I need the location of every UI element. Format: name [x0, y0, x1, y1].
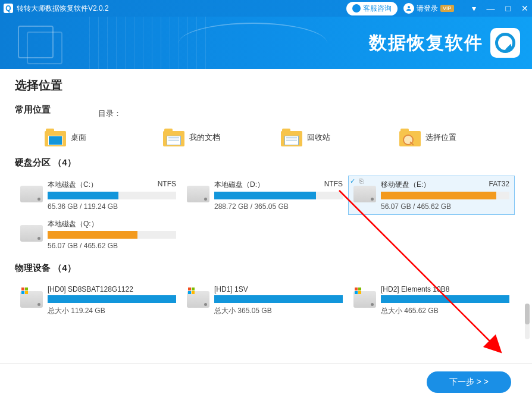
disk-size: 总大小 365.05 GB [214, 306, 343, 316]
location-label: 选择位置 [425, 132, 456, 143]
close-icon[interactable]: ✕ [521, 4, 528, 13]
partitions-header: 硬盘分区 （4） [15, 157, 517, 168]
usage-bar [48, 231, 176, 239]
disk-info: 本地磁盘（D:）NTFS288.72 GB / 365.05 GB [214, 180, 343, 211]
drive-icon [20, 186, 43, 202]
banner-decoration [179, 23, 327, 64]
physical-device-item[interactable]: [HD2] Elements 10B8总大小 465.62 GB [348, 281, 515, 320]
disk-info: [HD2] Elements 10B8总大小 465.62 GB [381, 285, 509, 316]
drive-icon [353, 291, 376, 308]
disk-filesystem: NTFS [324, 180, 343, 190]
drive-icon [20, 225, 43, 242]
usage-bar [381, 192, 509, 199]
login-label: 请登录 [417, 4, 438, 14]
disk-size: 288.72 GB / 365.05 GB [214, 202, 343, 211]
disk-name: 本地磁盘（Q:） [48, 219, 98, 229]
disk-size: 56.07 GB / 465.62 GB [48, 242, 176, 250]
partition-item[interactable]: 本地磁盘（C:）NTFS65.36 GB / 119.24 GB [15, 176, 181, 215]
directory-label: 目录： [98, 108, 121, 119]
banner-title: 数据恢复软件 [369, 31, 483, 55]
disk-name: [HD0] SD8SBAT128G1122 [48, 285, 133, 293]
next-button[interactable]: 下一步 > > [427, 371, 511, 393]
usage-bar [214, 295, 343, 303]
disk-name: [HD1] 1SV [214, 285, 248, 293]
banner-decoration [27, 32, 62, 64]
scrollbar-thumb[interactable] [525, 304, 530, 324]
disk-info: 本地磁盘（Q:）56.07 GB / 465.62 GB [48, 219, 176, 250]
disk-info: 本地磁盘（C:）NTFS65.36 GB / 119.24 GB [48, 180, 176, 211]
footer: 下一步 > > [0, 363, 532, 400]
banner-logo-icon [490, 28, 520, 58]
usage-bar [381, 295, 509, 303]
check-icon: ✓ [350, 177, 357, 185]
scrollbar[interactable] [525, 304, 530, 339]
menu-icon[interactable]: ▾ [472, 4, 476, 13]
usage-bar [214, 192, 343, 199]
physical-grid: [HD0] SD8SBAT128G1122总大小 119.24 GB[HD1] … [15, 281, 517, 320]
disk-name: 移动硬盘（E:） [381, 180, 430, 190]
disk-size: 总大小 465.62 GB [381, 306, 509, 316]
partitions-grid: 本地磁盘（C:）NTFS65.36 GB / 119.24 GB本地磁盘（D:）… [15, 176, 517, 254]
user-icon [403, 3, 414, 14]
app-title: 转转大师数据恢复软件V2.0.2 [17, 4, 346, 14]
location-label: 桌面 [71, 132, 86, 143]
folder-recycle-icon [281, 129, 302, 146]
disk-name: [HD2] Elements 10B8 [381, 285, 449, 293]
maximize-icon[interactable]: □ [506, 4, 511, 13]
vip-badge: VIP [440, 5, 454, 12]
location-browse[interactable]: 选择位置 [399, 129, 518, 146]
drive-icon [353, 186, 376, 202]
customer-service-button[interactable]: 客服咨询 [346, 2, 398, 15]
app-icon: Q [4, 4, 13, 13]
location-documents[interactable]: 我的文档 [163, 129, 281, 146]
usb-icon: ⎘ [359, 177, 367, 185]
location-desktop[interactable]: 桌面 [45, 129, 163, 146]
usage-bar [48, 192, 176, 199]
partition-item[interactable]: ✓⎘移动硬盘（E:）FAT3256.07 GB / 465.62 GB [348, 176, 515, 215]
drive-icon [20, 291, 43, 308]
location-label: 回收站 [307, 132, 330, 143]
titlebar: Q 转转大师数据恢复软件V2.0.2 客服咨询 请登录 VIP ▾ — □ ✕ [0, 0, 532, 17]
svg-point-0 [408, 6, 410, 8]
partition-item[interactable]: 本地磁盘（D:）NTFS288.72 GB / 365.05 GB [181, 176, 348, 215]
folder-documents-icon [163, 129, 184, 146]
login-button[interactable]: 请登录 VIP [403, 3, 454, 14]
disk-info: 移动硬盘（E:）FAT3256.07 GB / 465.62 GB [381, 180, 509, 211]
physical-device-item[interactable]: [HD1] 1SV总大小 365.05 GB [181, 281, 348, 320]
common-locations-header: 常用位置 [15, 104, 51, 115]
common-locations: 桌面 我的文档 回收站 选择位置 [15, 129, 517, 146]
disk-info: [HD1] 1SV总大小 365.05 GB [214, 285, 343, 316]
disk-size: 总大小 119.24 GB [48, 306, 176, 316]
physical-devices-header: 物理设备 （4） [15, 262, 517, 274]
window-controls: ▾ — □ ✕ [472, 4, 528, 13]
disk-size: 56.07 GB / 465.62 GB [381, 202, 509, 211]
disk-filesystem: FAT32 [489, 180, 509, 190]
minimize-icon[interactable]: — [487, 4, 495, 13]
physical-device-item[interactable]: [HD0] SD8SBAT128G1122总大小 119.24 GB [15, 281, 181, 320]
chat-icon [352, 4, 361, 12]
disk-filesystem: NTFS [158, 180, 176, 190]
folder-desktop-icon [45, 129, 66, 146]
page-title: 选择位置 [15, 77, 517, 93]
disk-size: 65.36 GB / 119.24 GB [48, 202, 176, 211]
partition-item[interactable]: 本地磁盘（Q:）56.07 GB / 465.62 GB [15, 215, 181, 254]
usage-bar [48, 295, 176, 303]
drive-icon [187, 291, 209, 308]
disk-info: [HD0] SD8SBAT128G1122总大小 119.24 GB [48, 285, 176, 316]
banner: 数据恢复软件 [0, 17, 532, 69]
customer-service-label: 客服咨询 [363, 4, 392, 14]
disk-name: 本地磁盘（D:） [214, 180, 264, 190]
location-label: 我的文档 [189, 132, 220, 143]
drive-icon [187, 186, 209, 202]
folder-search-icon [399, 129, 421, 146]
location-recycle-bin[interactable]: 回收站 [281, 129, 399, 146]
disk-name: 本地磁盘（C:） [48, 180, 98, 190]
